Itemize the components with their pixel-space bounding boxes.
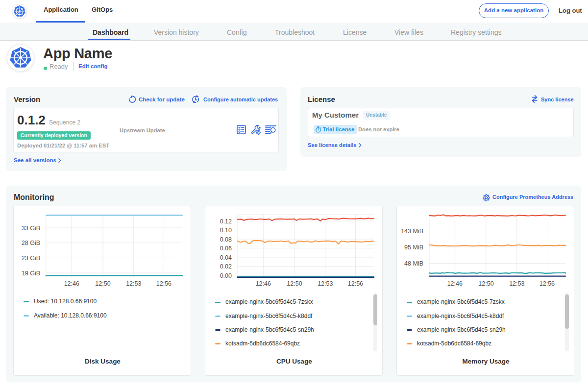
svg-text:12:46: 12:46	[447, 280, 463, 287]
svg-text:0.00: 0.00	[220, 272, 232, 279]
svg-text:12:56: 12:56	[539, 280, 555, 287]
svg-text:12:46: 12:46	[64, 280, 79, 287]
svg-text:0.04: 0.04	[220, 254, 232, 261]
svg-text:0.02: 0.02	[220, 263, 232, 270]
svg-text:12:50: 12:50	[95, 280, 110, 287]
svg-text:12:50: 12:50	[478, 280, 493, 287]
svg-text:0.10: 0.10	[220, 227, 232, 234]
svg-text:48 MiB: 48 MiB	[404, 260, 423, 267]
svg-text:0.06: 0.06	[220, 245, 232, 252]
svg-text:0.12: 0.12	[220, 218, 232, 225]
svg-text:12:50: 12:50	[287, 280, 302, 287]
svg-text:12:53: 12:53	[126, 280, 141, 287]
svg-text:19 GiB: 19 GiB	[22, 270, 40, 277]
svg-text:143 MiB: 143 MiB	[401, 228, 423, 235]
svg-text:12:53: 12:53	[509, 280, 524, 287]
svg-text:23 GiB: 23 GiB	[22, 255, 40, 262]
svg-text:0.08: 0.08	[220, 236, 232, 243]
svg-text:95 MiB: 95 MiB	[404, 244, 423, 251]
svg-text:12:53: 12:53	[318, 280, 333, 287]
svg-text:12:56: 12:56	[348, 280, 363, 287]
svg-text:12:46: 12:46	[256, 280, 271, 287]
svg-text:12:56: 12:56	[156, 280, 172, 287]
svg-text:28 GiB: 28 GiB	[22, 240, 40, 246]
svg-text:33 GiB: 33 GiB	[22, 225, 40, 232]
